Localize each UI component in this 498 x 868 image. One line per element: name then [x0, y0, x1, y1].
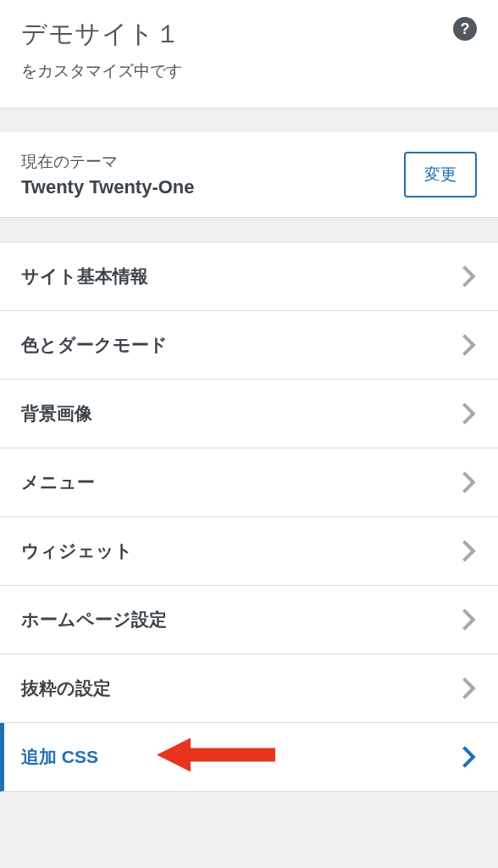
- chevron-right-icon: [462, 403, 477, 425]
- menu-item-label: ホームページ設定: [21, 608, 167, 632]
- menu-item-label: 追加 CSS: [21, 745, 98, 769]
- menu-item-menus[interactable]: メニュー: [0, 448, 498, 517]
- menu-item-background-image[interactable]: 背景画像: [0, 380, 498, 448]
- customizer-header: デモサイト１ ? をカスタマイズ中です: [0, 0, 498, 108]
- chevron-right-icon: [462, 265, 477, 287]
- menu-item-site-identity[interactable]: サイト基本情報: [0, 242, 498, 311]
- menu-item-excerpt-settings[interactable]: 抜粋の設定: [0, 654, 498, 723]
- header-top-row: デモサイト１ ?: [21, 17, 477, 52]
- menu-item-label: 色とダークモード: [21, 333, 168, 357]
- theme-info: 現在のテーマ Twenty Twenty-One: [21, 151, 195, 198]
- help-icon[interactable]: ?: [453, 17, 477, 41]
- chevron-right-icon: [462, 540, 477, 562]
- svg-marker-0: [157, 738, 275, 772]
- menu-item-homepage-settings[interactable]: ホームページ設定: [0, 586, 498, 654]
- theme-label: 現在のテーマ: [21, 151, 195, 173]
- menu-item-additional-css[interactable]: 追加 CSS: [0, 723, 498, 792]
- menu-item-label: ウィジェット: [21, 539, 133, 563]
- current-theme-section: 現在のテーマ Twenty Twenty-One 変更: [0, 132, 498, 218]
- menu-item-label: サイト基本情報: [21, 264, 148, 288]
- chevron-right-icon: [462, 609, 477, 631]
- menu-item-colors-dark-mode[interactable]: 色とダークモード: [0, 311, 498, 380]
- spacer: [0, 108, 498, 132]
- theme-name: Twenty Twenty-One: [21, 176, 195, 198]
- change-theme-button[interactable]: 変更: [404, 152, 477, 198]
- chevron-right-icon: [462, 677, 477, 699]
- menu-item-label: 背景画像: [21, 402, 92, 426]
- customizer-menu-list: サイト基本情報 色とダークモード 背景画像 メニュー ウィジェット ホームページ…: [0, 242, 498, 792]
- arrow-annotation-icon: [157, 734, 275, 781]
- menu-item-label: メニュー: [21, 470, 95, 494]
- menu-item-widgets[interactable]: ウィジェット: [0, 517, 498, 586]
- customizer-subtitle: をカスタマイズ中です: [21, 60, 477, 82]
- site-title: デモサイト１: [21, 17, 180, 52]
- chevron-right-icon: [462, 334, 477, 356]
- chevron-right-icon: [462, 746, 477, 768]
- chevron-right-icon: [462, 471, 477, 493]
- menu-item-label: 抜粋の設定: [21, 676, 111, 700]
